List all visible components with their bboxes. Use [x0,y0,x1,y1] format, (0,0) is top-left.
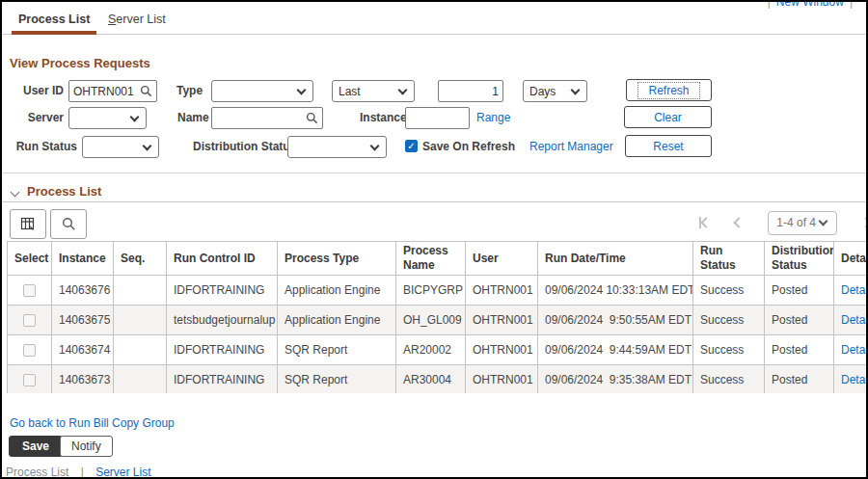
bottom-nav-server-list[interactable]: Server List [95,466,150,479]
distribution-status-select[interactable] [287,136,387,158]
last-select-value: Last [339,85,395,98]
process-name-cell: OH_GL009 [396,306,466,335]
row-select-checkbox[interactable] [23,314,36,327]
new-window-link[interactable]: |New Window| [762,0,858,9]
instance-input[interactable] [410,108,465,128]
run-status-cell: Success [693,365,765,394]
collapse-chevron-icon[interactable] [11,188,20,198]
last-count-field-box [438,80,503,102]
first-page-button[interactable] [699,217,710,228]
refresh-button[interactable]: Refresh [626,79,712,101]
run-datetime-cell: 09/06/2024 9:35:38AM EDT [538,365,693,394]
tab-process-list-label: Process List [18,13,90,26]
previous-page-button[interactable] [734,217,745,227]
tab-process-list[interactable]: Process List [12,8,96,35]
go-back-link[interactable]: Go back to Run Bill Copy Group [10,416,175,430]
find-button[interactable] [50,209,87,239]
days-select[interactable]: Days [523,80,587,102]
personalize-grid-button[interactable] [10,209,46,239]
clear-button[interactable]: Clear [624,106,712,128]
report-manager-link[interactable]: Report Manager [529,140,613,153]
name-input[interactable] [216,108,304,128]
last-count-input[interactable] [443,81,499,101]
details-link[interactable]: Details [841,283,866,297]
reset-button[interactable]: Reset [625,135,712,157]
table-row: 14063675 tetsbudgetjournalup Application… [8,306,867,335]
details-link[interactable]: Details [841,373,866,386]
save-button[interactable]: Save [9,436,63,457]
run-status-select[interactable] [82,136,159,158]
chevron-down-icon [143,141,152,150]
chevron-down-icon [370,141,380,150]
chevron-down-icon [819,217,828,226]
chevron-down-icon [130,112,140,121]
instance-label: Instance [360,107,407,129]
distribution-status-cell: Posted [765,276,834,306]
user-cell: OHTRN001 [466,306,538,335]
column-header-details: Details [834,242,867,276]
name-field-box [211,107,323,129]
column-header-run-status: Run Status [693,242,765,276]
run-status-cell: Success [693,335,765,365]
process-type-cell: Application Engine [278,306,396,335]
page-title: View Process Requests [10,56,150,70]
server-select[interactable] [68,107,147,129]
reset-button-label: Reset [653,140,683,153]
run-status-cell: Success [693,276,765,306]
process-name-cell: AR20002 [396,335,466,365]
column-header-user: User [466,242,538,276]
name-lookup-icon[interactable] [306,112,318,124]
distribution-status-label: Distribution Status [193,136,296,158]
instance-cell: 14063674 [52,335,114,365]
table-row: 14063674 IDFORTRAINING SQR Report AR2000… [8,335,867,365]
process-list-grid: SelectInstanceSeq.Run Control IDProcess … [7,241,866,393]
notify-button[interactable]: Notify [60,436,113,457]
select-cell [8,365,52,394]
type-label: Type [176,80,203,102]
process-type-cell: SQR Report [278,365,396,394]
name-label: Name [177,107,209,129]
tab-server-list-label: erver List [116,13,165,26]
tab-server-list[interactable]: Server List [101,8,173,35]
row-select-checkbox[interactable] [23,344,36,357]
user-id-input[interactable] [73,81,138,101]
run-datetime-cell: 09/06/2024 9:44:59AM EDT [538,335,693,365]
grid-toolbar: 1-4 of 4 [2,206,866,239]
column-header-select: Select [8,242,52,276]
days-select-value: Days [529,85,568,98]
range-link[interactable]: Range [476,111,510,124]
details-link[interactable]: Details [841,313,866,327]
column-header-run-control-id: Run Control ID [167,242,278,276]
table-row: 14063676 IDFORTRAINING Application Engin… [8,276,867,306]
view-process-requests-section: View Process Requests User ID Type Last … [2,36,866,173]
user-id-lookup-icon[interactable] [140,85,152,97]
server-label: Server [6,107,64,129]
type-select[interactable] [211,80,313,102]
user-id-label: User ID [6,80,64,102]
seq-cell [114,276,167,306]
grid-pager: 1-4 of 4 [699,206,862,239]
chevron-down-icon [398,85,408,94]
last-select[interactable]: Last [332,80,415,102]
details-cell: Details [834,365,867,394]
chevron-down-icon [571,85,581,94]
next-page-button[interactable] [860,217,868,227]
run-status-label: Run Status [6,136,77,158]
process-type-cell: Application Engine [278,276,396,306]
save-on-refresh-checkbox[interactable]: ✓ [405,140,418,152]
search-icon [62,217,76,231]
tab-bar: Process List Server List |New Window| [2,2,866,35]
refresh-button-label: Refresh [638,83,698,98]
user-cell: OHTRN001 [466,335,538,365]
details-cell: Details [834,276,867,306]
process-list-section-header: Process List [2,183,866,202]
distribution-status-cell: Posted [765,306,834,335]
instance-cell: 14063673 [52,365,114,394]
row-select-checkbox[interactable] [23,374,36,386]
row-select-checkbox[interactable] [23,284,36,297]
separator: | [768,0,771,9]
table-row: 14063673 IDFORTRAINING SQR Report AR3000… [8,365,867,394]
chevron-down-icon [297,85,307,94]
row-range-select[interactable]: 1-4 of 4 [768,211,837,235]
details-link[interactable]: Details [841,343,866,357]
